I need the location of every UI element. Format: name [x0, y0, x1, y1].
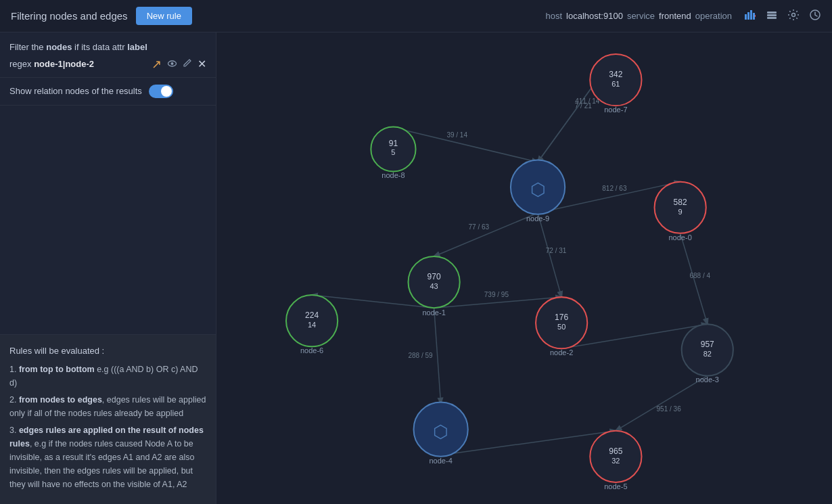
filter-rule-icons: ↗ ✕	[150, 57, 206, 72]
layers-icon[interactable]	[766, 9, 778, 24]
edge-label-7: 739 / 95	[484, 291, 509, 298]
edge-n970-bn4	[434, 308, 441, 403]
chart-icon[interactable]	[744, 9, 756, 24]
edit-icon[interactable]	[183, 58, 192, 70]
settings-icon[interactable]	[787, 9, 800, 24]
svg-rect-4	[755, 15, 756, 17]
node-val1-n342: 342	[609, 70, 622, 79]
edge-n957-n965	[616, 375, 707, 430]
node-label-n582: node-0	[669, 233, 692, 242]
node-val2-n342: 61	[611, 80, 620, 88]
node-label-n342: node-7	[604, 106, 627, 114]
edge-label-4: 812 / 63	[602, 185, 627, 192]
graph-svg: 7 / 21 411 / 14 39 / 14 812 / 63 77 / 63…	[216, 32, 832, 504]
sidebar-spacer	[0, 106, 216, 335]
cube-icon-bn9: ⬡	[530, 179, 546, 200]
node-val1-n91: 91	[389, 139, 398, 148]
svg-rect-0	[745, 14, 747, 20]
node-label-bn9: node-9	[526, 214, 549, 223]
new-rule-button[interactable]: New rule	[136, 7, 192, 25]
node-val1-n176: 176	[555, 313, 568, 322]
host-value: localhost:9100	[566, 11, 623, 21]
page-title: Filtering nodes and edges	[11, 10, 128, 22]
edge-label-3: 39 / 14	[446, 131, 467, 139]
cube-icon-bn4: ⬡	[433, 421, 448, 442]
filter-section: Filter the nodes if its data attr label …	[0, 32, 216, 78]
node-val1-n957: 957	[701, 340, 714, 349]
edge-bn9-n970	[434, 213, 538, 256]
service-value: frontend	[659, 11, 691, 21]
node-val2-n91: 5	[391, 148, 395, 156]
node-val2-n224: 14	[308, 321, 316, 329]
host-label: host	[545, 11, 562, 21]
rules-title: Rules will be evaluated :	[9, 344, 206, 359]
main-area: Filter the nodes if its data attr label …	[0, 32, 832, 504]
top-bar: Filtering nodes and edges New rule host …	[0, 0, 832, 32]
show-relation-row: Show relation nodes of the results	[0, 78, 216, 106]
svg-rect-1	[747, 12, 749, 20]
edge-label-2: 411 / 14	[575, 97, 600, 105]
svg-rect-2	[750, 10, 752, 20]
node-val1-n970: 970	[427, 272, 441, 281]
edge-label-5: 77 / 63	[468, 223, 489, 231]
node-label-n965: node-5	[604, 482, 627, 490]
graph-area: 7 / 21 411 / 14 39 / 14 812 / 63 77 / 63…	[216, 32, 832, 504]
show-relation-toggle[interactable]	[149, 85, 173, 98]
filter-description: Filter the nodes if its data attr label	[9, 41, 206, 54]
filter-rule-row: regex node-1|node-2 ↗	[9, 57, 206, 72]
svg-point-11	[171, 62, 174, 65]
operation-label: operation	[695, 11, 732, 21]
edge-bn9-n176	[538, 213, 561, 297]
rule-item-2: 2. from nodes to edges, edges rules will…	[9, 393, 206, 420]
service-label: service	[627, 11, 655, 21]
node-label-n224: node-6	[300, 346, 323, 354]
svg-rect-3	[753, 13, 755, 20]
node-label-n970: node-1	[422, 308, 445, 317]
svg-rect-5	[767, 12, 777, 14]
node-val1-n224: 224	[305, 311, 319, 320]
svg-rect-7	[767, 17, 777, 19]
node-label-n91: node-8	[382, 171, 405, 179]
filter-rule-label: regex node-1|node-2	[9, 59, 94, 69]
rule-item-1: 1. from top to bottom e.g (((a AND b) OR…	[9, 363, 206, 390]
node-label-n176: node-2	[550, 348, 573, 357]
node-val2-n970: 43	[430, 282, 438, 290]
edge-label-13: 688 / 4	[689, 272, 710, 279]
show-relation-text: Show relation nodes of the results	[9, 86, 142, 96]
node-label-n957: node-3	[696, 375, 719, 384]
top-icons	[744, 9, 821, 24]
edge-label-11: 951 / 36	[657, 405, 682, 413]
edge-label-6: 72 / 31	[546, 247, 567, 254]
top-bar-left: Filtering nodes and edges New rule	[11, 7, 192, 25]
node-val2-n176: 50	[557, 323, 565, 331]
node-val1-n965: 965	[609, 446, 622, 456]
top-bar-right: host localhost:9100 service frontend ope…	[545, 9, 821, 24]
rule-item-3: 3. edges rules are applied on the result…	[9, 423, 206, 491]
node-label-bn4: node-4	[429, 457, 452, 465]
node-val2-n582: 9	[678, 208, 683, 216]
node-val1-n582: 582	[674, 198, 687, 207]
host-info: host localhost:9100 service frontend ope…	[545, 11, 732, 21]
edge-label-9: 288 / 59	[408, 352, 433, 359]
close-icon[interactable]: ✕	[198, 58, 206, 70]
svg-point-8	[792, 13, 795, 16]
clock-icon[interactable]	[809, 9, 821, 24]
rules-info: Rules will be evaluated : 1. from top to…	[0, 334, 216, 504]
svg-rect-6	[767, 14, 777, 16]
node-val2-n965: 32	[611, 457, 620, 465]
node-val2-n957: 82	[703, 350, 712, 358]
arrow-icon: ↗	[152, 57, 162, 72]
sidebar: Filter the nodes if its data attr label …	[0, 32, 216, 504]
eye-icon[interactable]	[167, 59, 177, 70]
